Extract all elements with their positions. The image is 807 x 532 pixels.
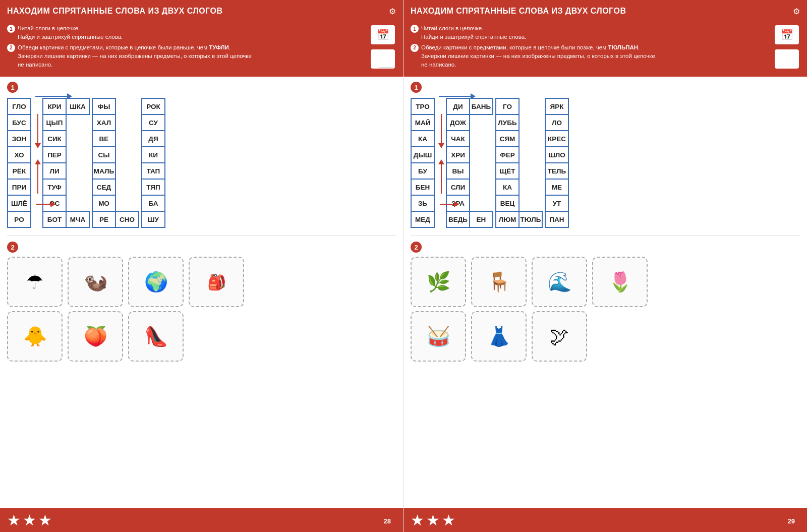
left-images-row1: ☂ 🦦 🌍 🎒 [7,257,396,307]
instr-num-2r: 2 [411,44,419,52]
star3-right: ★ [442,511,455,529]
calendar-icon-left: 📅 [370,24,396,45]
star1-right: ★ [411,511,424,529]
right-title: НАХОДИМ СПРЯТАННЫЕ СЛОВА ИЗ ДВУХ СЛОГОВ [411,7,626,16]
right-images-row1: 🌿 🪑 🌊 🌷 [411,257,800,307]
right-gear-icon: ⚙ [793,7,800,16]
grid-col6-left: РОК СУ ДЯ КИ ТАП ТЯП БА ШУ [141,98,165,228]
left-title: НАХОДИМ СПРЯТАННЫЕ СЛОВА ИЗ ДВУХ СЛОГОВ [7,7,222,16]
image-leaf: 🌿 [411,257,466,307]
left-gear-icon: ⚙ [389,7,396,16]
divider-left [7,235,396,235]
image-dove: 🕊 [532,311,587,362]
right-page: НАХОДИМ СПРЯТАННЫЕ СЛОВА ИЗ ДВУХ СЛОГОВ … [404,0,807,532]
image-globe: 🌍 [128,257,184,307]
right-content: 1 ТРО МАЙ КА ДЫШ БУ БЕН [404,77,807,232]
right-images-row2: 🥁 👗 🕊 [411,311,800,362]
image-chick: 🐥 [7,311,63,362]
grid-col6-right: ЯРК ЛО КРЕС ШЛО ТЕЛЬ МЕ УТ ПАН [545,98,569,228]
left-content: 1 ГЛО БУС ЗОН ХО РЁК ПРИ [0,77,403,232]
image-armchair: 🪑 [471,257,527,307]
star2-left: ★ [23,511,36,529]
image-shoe: 👠 [128,311,184,362]
grid-col1-left: ГЛО БУС ЗОН ХО РЁК ПРИ ШЛЁ РО [7,98,31,228]
instr-num-2: 2 [7,44,15,52]
star3-left: ★ [38,511,52,529]
left-images-section: 2 ☂ 🦦 🌍 🎒 🐥 🍑 👠 [0,239,403,369]
image-otter: 🦦 [68,257,123,307]
clock-icon-right: ⏱ [774,48,800,70]
star1-left: ★ [7,511,21,529]
image-tulip: 🌷 [592,257,648,307]
grid-col4-left: ФЫ ХАЛ ВЕ СЫ МАЛЬ СЕД МО РЕСНО [92,98,139,228]
clock-icon-left: ⏱ [370,48,396,70]
page-num-right: 29 [783,515,800,527]
grid-col2-left: КРИШКА ЦЫП СИК ПЕР ЛИ ТУФ ОС БОТМЧА [42,98,90,228]
calendar-icon-right: 📅 [774,24,800,45]
image-peach: 🍑 [68,311,123,362]
section-badge-1-right: 1 [411,82,422,93]
image-bag: 🎒 [189,257,244,307]
section-badge-2-left: 2 [7,242,18,253]
instr-text-1: Читай слоги в цепочке.Найди и заштрихуй … [18,24,123,42]
instr-num-1r: 1 [411,25,419,33]
instr-num-1: 1 [7,25,15,33]
image-umbrella: ☂ [7,257,63,307]
image-wave: 🌊 [532,257,587,307]
divider-right [411,235,800,235]
right-header: НАХОДИМ СПРЯТАННЫЕ СЛОВА ИЗ ДВУХ СЛОГОВ … [404,0,807,22]
star2-right: ★ [426,511,440,529]
grid-col1-right: ТРО МАЙ КА ДЫШ БУ БЕН ЗЬ МЕД [411,98,435,228]
page-num-left: 28 [379,515,396,527]
left-header: НАХОДИМ СПРЯТАННЫЕ СЛОВА ИЗ ДВУХ СЛОГОВ … [0,0,403,22]
instr-text-2r: Обведи картинки с предметами, которые в … [421,43,655,70]
section-badge-2-right: 2 [411,242,422,253]
right-footer: ★ ★ ★ 29 [404,508,807,532]
left-footer: ★ ★ ★ 28 [0,508,403,532]
left-page: НАХОДИМ СПРЯТАННЫЕ СЛОВА ИЗ ДВУХ СЛОГОВ … [0,0,404,532]
grid-col2-right: ДИБАНЬ ДОЖ ЧАК ХРИ ВЫ СЛИ ЗРА ВЕДЬЕН [446,98,493,228]
instr-text-2: Обведи картинки с предметами, которые в … [18,43,252,70]
grid-col4-right: ГО ЛУБЬ СЯМ ФЕР ЩЁТ КА ВЕЦ ЛЮМТЮЛЬ [495,98,543,228]
image-drum: 🥁 [411,311,466,362]
right-images-section: 2 🌿 🪑 🌊 🌷 🥁 👗 🕊 [404,239,807,369]
left-instructions: 1 Читай слоги в цепочке.Найди и заштриху… [0,22,403,77]
image-dress: 👗 [471,311,527,362]
section-badge-1-left: 1 [7,82,18,93]
left-images-row2: 🐥 🍑 👠 [7,311,396,362]
instr-text-1r: Читай слоги в цепочке.Найди и заштрихуй … [421,24,526,42]
right-instructions: 1 Читай слоги в цепочке.Найди и заштриху… [404,22,807,77]
